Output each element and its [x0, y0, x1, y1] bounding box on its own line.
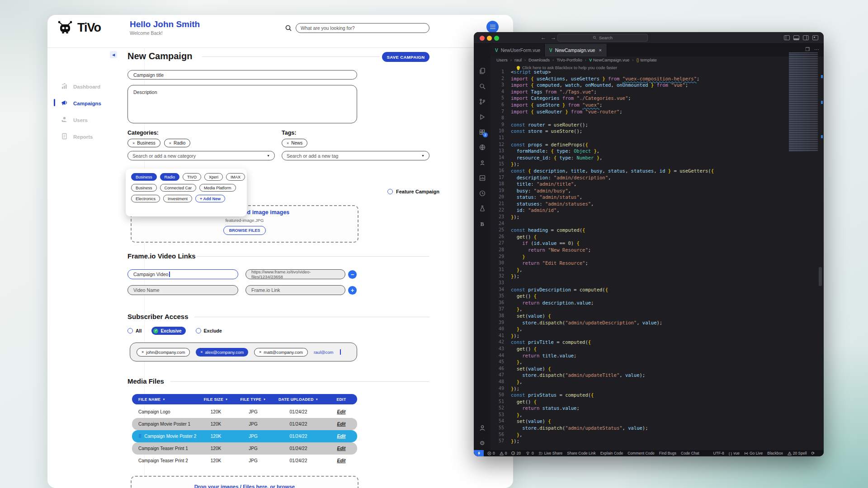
edit-link[interactable]: Edit: [326, 434, 357, 439]
campaign-title-input[interactable]: Campaign title: [127, 70, 357, 80]
video-name-input[interactable]: Campaign Video: [127, 269, 238, 279]
column-file-type[interactable]: FILE TYPE▼: [235, 397, 271, 402]
category-option-connected-car[interactable]: Connected Car: [160, 184, 197, 192]
remove-icon[interactable]: ×: [287, 141, 289, 145]
media-table-row[interactable]: Campaign Teaser Print 2120KJPG01/24/22Ed…: [132, 455, 357, 467]
drag-handle-icon[interactable]: ⠿: [138, 434, 142, 439]
breadcrumb-segment[interactable]: {} template: [636, 57, 656, 62]
radio-icon[interactable]: [127, 328, 133, 333]
browse-files-button[interactable]: BROWSE FILES: [223, 226, 266, 235]
radio-icon[interactable]: [387, 189, 393, 194]
status-item-0[interactable]: 0: [525, 451, 534, 455]
extensions-icon[interactable]: [474, 129, 491, 138]
feature-campaign-option[interactable]: Feature Campaign: [387, 189, 439, 194]
breadcrumb-segment[interactable]: TiVo-Portfolio: [557, 57, 582, 62]
category-option-business[interactable]: Business: [131, 184, 157, 192]
sidebar-item-users[interactable]: Users: [61, 116, 88, 124]
toggle-panel-icon[interactable]: [793, 35, 799, 40]
subscriber-option-exclusive[interactable]: ✓ Exclusive: [151, 327, 185, 335]
live-share-icon[interactable]: [474, 159, 491, 168]
status-item-20[interactable]: i20: [511, 451, 520, 455]
remove-icon[interactable]: ×: [142, 350, 144, 354]
remote-explorer-icon[interactable]: [474, 144, 491, 153]
close-icon[interactable]: ×: [599, 47, 601, 53]
toggle-sidebar-icon[interactable]: [784, 35, 790, 40]
run-debug-icon[interactable]: [474, 113, 491, 122]
media-table-row[interactable]: Campaign Movie Poster 1120KJPG01/24/22Ed…: [132, 418, 357, 430]
close-window-button[interactable]: [480, 36, 485, 41]
save-campaign-button[interactable]: SAVE CAMPAIGN: [382, 52, 429, 62]
subscriber-option-exclude[interactable]: Exclude: [196, 328, 222, 333]
radio-icon[interactable]: [196, 328, 201, 333]
category-chip[interactable]: ×Business: [127, 139, 160, 147]
search-input[interactable]: What are you looking for?: [296, 23, 429, 33]
email-chip[interactable]: ×john@company.com: [137, 348, 190, 357]
history-icon[interactable]: [474, 190, 491, 199]
status-item-0[interactable]: 0: [487, 451, 495, 455]
category-chip[interactable]: ×Radio: [164, 139, 190, 147]
video-link-input[interactable]: https://www.frame.io/tivo/video-files/12…: [245, 269, 345, 279]
minimap[interactable]: [789, 52, 818, 152]
media-table-row[interactable]: Campaign Teaser Print 1120KJPG01/24/22Ed…: [132, 442, 357, 455]
tab-newcampaign[interactable]: V NewCampaign.vue ×: [545, 44, 607, 56]
video-name-input[interactable]: Video Name: [127, 285, 238, 295]
remove-icon[interactable]: ×: [259, 350, 261, 354]
split-editor-icon[interactable]: ❐: [805, 47, 810, 52]
category-option-imax[interactable]: IMAX: [226, 173, 245, 181]
add-video-button[interactable]: +: [348, 286, 357, 295]
column-file-size[interactable]: FILE SIZE▼: [197, 397, 235, 402]
breadcrumb-segment[interactable]: Users: [496, 57, 508, 62]
category-option-radio[interactable]: Radio: [160, 173, 180, 181]
status-item-explain-code[interactable]: Explain Code: [600, 451, 623, 455]
sidebar-item-reports[interactable]: Reports: [61, 133, 93, 141]
status-item-go-live[interactable]: Go Live: [744, 451, 763, 455]
edit-link[interactable]: Edit: [326, 409, 357, 414]
breadcrumb-segment[interactable]: Downloads: [528, 57, 550, 62]
category-option-tivo[interactable]: TIVO: [183, 173, 201, 181]
status-item-code-chat[interactable]: Code Chat: [681, 451, 699, 455]
toggle-secondary-sidebar-icon[interactable]: [803, 35, 809, 40]
email-chip[interactable]: ×alex@company.com: [196, 348, 248, 357]
status-item-find-bugs[interactable]: Find Bugs: [659, 451, 676, 455]
status-item-blackbox[interactable]: Blackbox: [767, 451, 783, 455]
maximize-window-button[interactable]: [494, 36, 499, 41]
column-file-name[interactable]: FILE NAME▼: [132, 397, 197, 402]
test-icon[interactable]: [474, 205, 491, 214]
remove-icon[interactable]: ×: [169, 141, 171, 145]
media-files-dropzone[interactable]: Drop your images / Files here, or browse: [131, 476, 359, 488]
edit-link[interactable]: Edit: [326, 422, 357, 427]
command-search-box[interactable]: Search: [557, 34, 648, 42]
minimize-window-button[interactable]: [487, 36, 492, 41]
description-textarea[interactable]: Description: [127, 85, 357, 123]
breadcrumb-segment[interactable]: V NewCampaign.vue: [589, 57, 629, 62]
tag-chip[interactable]: ×News: [282, 139, 307, 147]
edit-link[interactable]: Edit: [326, 458, 357, 463]
email-chip[interactable]: ×matt@company.com: [254, 348, 308, 357]
chart-icon[interactable]: [474, 174, 491, 183]
settings-gear-icon[interactable]: ⚙: [474, 439, 491, 447]
media-table-row[interactable]: Campaign Logo120KJPG01/24/22Edit: [132, 406, 357, 418]
status-item-live-share[interactable]: Live Share: [538, 451, 563, 455]
hamburger-menu-button[interactable]: [486, 21, 499, 33]
category-option-xperi[interactable]: Xperi: [204, 173, 223, 181]
breadcrumb-segment[interactable]: raul: [514, 57, 522, 62]
category-option-electronics[interactable]: Electronics: [131, 195, 160, 202]
status-item-20-spell[interactable]: 20 Spell: [788, 451, 807, 455]
customize-layout-icon[interactable]: [812, 35, 818, 40]
breadcrumb[interactable]: Users›raul›Downloads›TiVo-Portfolio›V Ne…: [496, 57, 657, 62]
remove-icon[interactable]: ×: [132, 141, 135, 145]
category-option-media-platform[interactable]: Media Platform: [199, 184, 236, 192]
remove-video-button[interactable]: −: [348, 270, 357, 279]
status-item-sync[interactable]: ⟳: [811, 451, 815, 455]
category-option-business[interactable]: Business: [131, 173, 157, 181]
code-editor[interactable]: <script setup>import { useActions, useGe…: [511, 69, 714, 445]
sidebar-item-dashboard[interactable]: Dashboard: [61, 83, 100, 90]
subscriber-emails-input[interactable]: ×john@company.com×alex@company.com×matt@…: [130, 343, 357, 361]
category-option-investment[interactable]: Investment: [163, 195, 192, 202]
scrollbar-thumb[interactable]: [819, 267, 822, 286]
category-option--add-new[interactable]: + Add New: [195, 195, 225, 202]
more-actions-icon[interactable]: ⋯: [814, 47, 819, 52]
status-item-0[interactable]: 0: [500, 451, 507, 455]
account-icon[interactable]: [474, 424, 491, 433]
remote-indicator[interactable]: [474, 450, 484, 456]
